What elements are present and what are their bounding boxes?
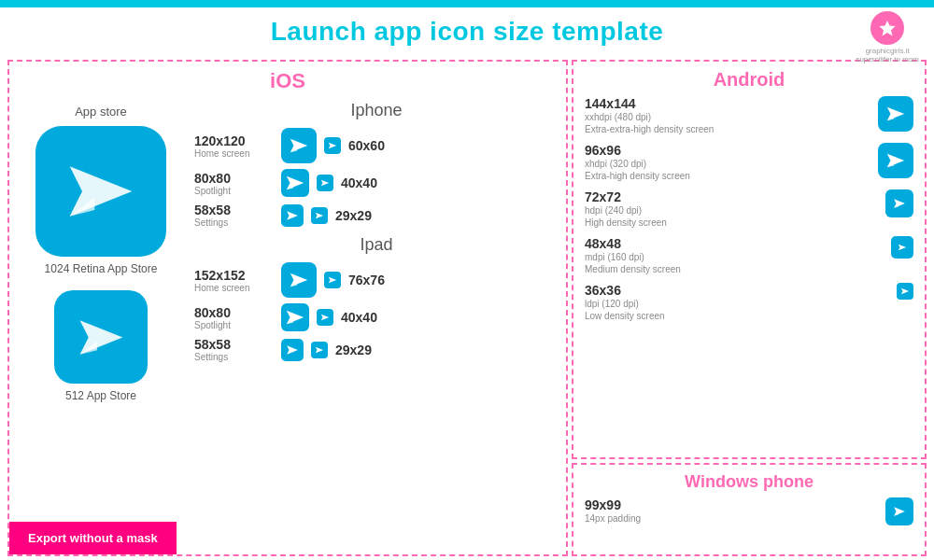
android-info: 144x144 xxhdpi (480 dpi)Extra-extra-high… <box>585 96 878 135</box>
svg-marker-5 <box>290 139 307 153</box>
logo-circle <box>870 11 904 45</box>
ipad-icon-80 <box>281 303 309 331</box>
app-icon-medium <box>54 290 148 384</box>
windows-section: Windows phone 99x99 14px padding <box>572 463 927 556</box>
android-row-36: 36x36 ldpi (120 dpi)Low density screen <box>585 283 913 322</box>
size-info: 80x80 Spotlight <box>194 171 274 196</box>
android-row-72: 72x72 hdpi (240 dpi)High density screen <box>585 189 913 229</box>
android-icon-36 <box>897 283 913 300</box>
svg-marker-25 <box>894 199 905 207</box>
iphone-row-3: 58x58 Settings 29x29 <box>194 203 559 228</box>
svg-marker-10 <box>321 180 329 187</box>
export-button[interactable]: Export without a mask <box>9 522 177 554</box>
android-info: 48x48 mdpi (160 dpi)Medium density scree… <box>585 236 891 275</box>
app-store-column: App store 1024 Retina App Store 512 App … <box>17 97 185 541</box>
iphone-icon-60 <box>324 137 341 154</box>
iphone-row-2: 80x80 Spotlight 40x40 <box>194 169 559 197</box>
ipad-row-2: 80x80 Spotlight 40x40 <box>194 303 559 331</box>
ipad-row-1: 152x152 Home screen 76x76 <box>194 262 559 298</box>
windows-icon-99 <box>885 497 913 525</box>
ipad-icon-58 <box>281 339 304 361</box>
ipad-row-3: 58x58 Settings 29x29 <box>194 337 559 362</box>
iphone-label: Iphone <box>194 101 559 120</box>
ipad-label: Ipad <box>194 235 559 255</box>
ios-inner: App store 1024 Retina App Store 512 App … <box>17 97 559 541</box>
size-info: 152x152 Home screen <box>194 268 274 293</box>
ios-section: iOS App store 1024 Retina App Store <box>7 60 568 556</box>
size-info: 58x58 Settings <box>194 337 274 362</box>
iphone-icon-120 <box>281 128 317 163</box>
iphone-icon-58 <box>281 204 304 227</box>
logo: graphicgirls.it supercilifer to mom <box>856 11 919 63</box>
svg-marker-19 <box>287 345 298 354</box>
ipad-icon-29 <box>311 342 328 358</box>
svg-marker-7 <box>329 143 336 149</box>
windows-row-99: 99x99 14px padding <box>585 497 913 525</box>
ipad-icon-152 <box>281 262 317 298</box>
svg-marker-18 <box>321 315 329 321</box>
sizes-column: Iphone 120x120 Home screen <box>185 97 559 541</box>
size-29: 29x29 <box>335 208 387 223</box>
android-row-96: 96x96 xhdpi (320 dpi)Extra-high density … <box>585 143 913 182</box>
large-icon-label: 1024 Retina App Store <box>45 262 158 275</box>
right-section: Android 144x144 xxhdpi (480 dpi)Extra-ex… <box>572 60 927 556</box>
top-bar <box>0 0 934 7</box>
android-icon-48 <box>891 236 913 259</box>
svg-marker-13 <box>290 273 307 287</box>
logo-text: graphicgirls.it supercilifer to mom <box>856 47 919 63</box>
svg-marker-23 <box>887 154 904 168</box>
ios-title: iOS <box>17 69 559 93</box>
android-row-144: 144x144 xxhdpi (480 dpi)Extra-extra-high… <box>585 96 913 135</box>
svg-marker-1 <box>70 166 133 216</box>
android-icon-72 <box>885 189 913 217</box>
size-info: 80x80 Spotlight <box>194 305 274 330</box>
ipad-icon-76 <box>324 272 341 288</box>
iphone-row-1: 120x120 Home screen 60x60 <box>194 128 559 163</box>
android-info: 36x36 ldpi (120 dpi)Low density screen <box>585 283 897 322</box>
size-info: 58x58 Settings <box>194 203 274 228</box>
android-info: 96x96 xhdpi (320 dpi)Extra-high density … <box>585 143 878 182</box>
iphone-icon-29 <box>311 207 328 224</box>
android-row-48: 48x48 mdpi (160 dpi)Medium density scree… <box>585 236 913 275</box>
android-info: 72x72 hdpi (240 dpi)High density screen <box>585 189 885 229</box>
windows-info: 99x99 14px padding <box>585 497 885 525</box>
iphone-icon-80 <box>281 169 309 197</box>
svg-marker-29 <box>894 507 905 515</box>
svg-marker-16 <box>287 311 304 325</box>
svg-marker-12 <box>316 212 323 218</box>
windows-title: Windows phone <box>585 472 913 492</box>
android-icon-96 <box>878 143 913 178</box>
svg-marker-8 <box>287 176 304 190</box>
svg-marker-11 <box>287 211 298 219</box>
svg-marker-28 <box>901 288 909 295</box>
ipad-icon-40 <box>317 309 333 326</box>
app-icon-large <box>35 126 166 257</box>
svg-marker-20 <box>316 346 323 353</box>
svg-marker-27 <box>899 245 906 251</box>
svg-marker-3 <box>79 320 122 355</box>
size-40: 40x40 <box>341 175 392 190</box>
size-76: 76x76 <box>348 273 400 287</box>
iphone-icon-40 <box>317 175 333 191</box>
android-section: Android 144x144 xxhdpi (480 dpi)Extra-ex… <box>572 60 927 459</box>
size-29b: 29x29 <box>335 343 387 357</box>
size-60: 60x60 <box>348 138 400 153</box>
android-icon-144 <box>878 96 913 132</box>
svg-marker-15 <box>329 277 336 284</box>
android-title: Android <box>585 69 913 91</box>
svg-marker-0 <box>880 21 896 36</box>
svg-marker-21 <box>887 107 904 121</box>
medium-icon-label: 512 App Store <box>65 389 136 402</box>
size-info: 120x120 Home screen <box>194 133 274 159</box>
size-40b: 40x40 <box>341 310 392 325</box>
content-area: iOS App store 1024 Retina App Store <box>0 56 934 560</box>
app-store-label: App store <box>75 105 127 119</box>
